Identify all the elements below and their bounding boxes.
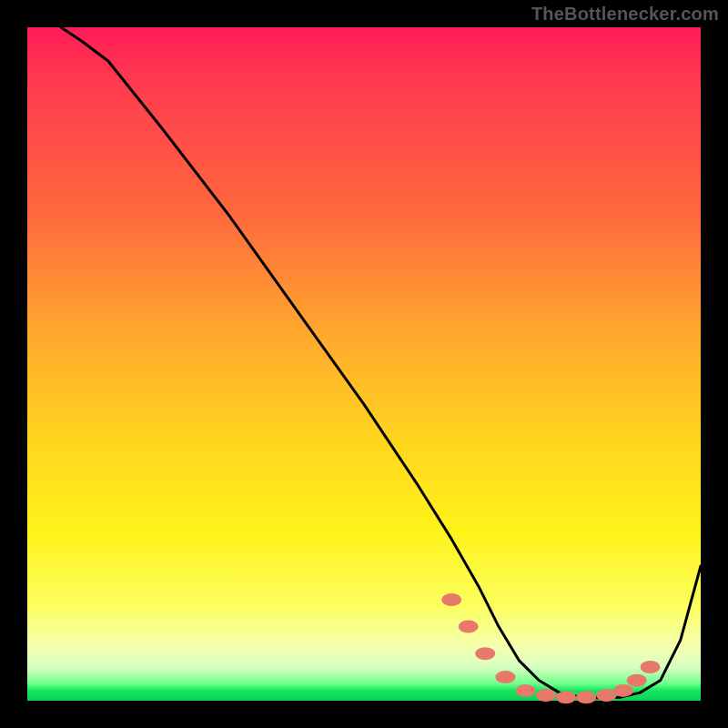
highlight-marker — [641, 661, 661, 673]
highlight-marker — [516, 684, 536, 697]
highlight-marker — [459, 621, 479, 633]
highlight-marker — [613, 684, 633, 697]
highlight-marker — [536, 689, 556, 702]
chart-stage: TheBottlenecker.com — [0, 0, 728, 728]
plot-area — [27, 27, 701, 701]
highlight-marker — [556, 691, 576, 703]
highlight-marker — [441, 593, 461, 606]
highlight-marker — [495, 671, 515, 683]
chart-overlay — [27, 27, 701, 701]
highlight-marker — [576, 691, 596, 703]
attribution-label: TheBottlenecker.com — [531, 4, 719, 25]
highlight-marker — [627, 674, 647, 687]
highlight-marker — [475, 647, 495, 660]
bottleneck-curve — [61, 27, 701, 698]
